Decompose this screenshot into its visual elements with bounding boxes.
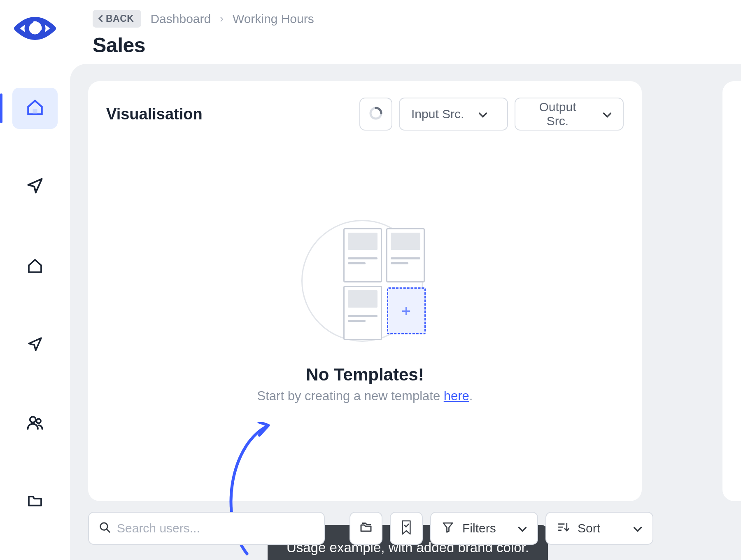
sort-icon [557, 521, 569, 536]
folder-stack-icon [359, 520, 373, 537]
search-users-input[interactable] [117, 521, 314, 535]
back-button[interactable]: BACK [93, 10, 141, 28]
output-source-label: Output Src. [527, 100, 588, 128]
empty-state-title: No Templates! [306, 365, 424, 385]
sidebar-item-users[interactable] [12, 403, 58, 444]
sidebar-item-send-alt[interactable] [12, 324, 58, 366]
app-logo [12, 12, 59, 44]
users-toolbar: Filters Sort [88, 512, 653, 545]
pie-chart-card [722, 81, 741, 501]
visualisation-card: Visualisation Input Src. [88, 81, 642, 501]
chevron-down-icon [518, 521, 527, 535]
filter-icon [442, 521, 454, 536]
sidebar-item-home-alt[interactable] [12, 246, 58, 287]
output-source-dropdown[interactable]: Output Src. [515, 98, 624, 131]
svg-point-1 [30, 417, 36, 422]
breadcrumb: BACK Dashboard › Working Hours [93, 10, 741, 28]
empty-state: + No Templates! Start by creating a new … [106, 219, 624, 404]
add-template-placeholder[interactable]: + [387, 287, 426, 334]
sidebar-item-send[interactable] [12, 166, 58, 207]
chevron-down-icon [634, 521, 642, 535]
empty-state-illustration: + [301, 219, 429, 343]
filters-dropdown[interactable]: Filters [430, 512, 538, 545]
empty-state-subtitle: Start by creating a new template here. [257, 389, 473, 404]
folder-icon [27, 492, 43, 511]
breadcrumb-item-working-hours[interactable]: Working Hours [233, 12, 314, 26]
sidebar [0, 0, 70, 560]
input-source-dropdown[interactable]: Input Src. [399, 98, 508, 131]
folder-action-button[interactable] [350, 512, 382, 545]
empty-state-link[interactable]: here [444, 389, 469, 403]
page-title: Sales [93, 33, 741, 57]
sort-label: Sort [578, 521, 600, 535]
home-outline-icon [27, 258, 43, 276]
input-source-label: Input Src. [411, 107, 464, 121]
chevron-down-icon [479, 107, 487, 121]
svg-point-2 [37, 419, 41, 423]
page-header: BACK Dashboard › Working Hours Sales [93, 10, 741, 57]
search-users-box[interactable] [88, 512, 325, 545]
refresh-button[interactable] [359, 98, 392, 131]
chevron-down-icon [603, 107, 611, 121]
back-label: BACK [106, 13, 134, 24]
chevron-left-icon [98, 13, 103, 24]
sort-dropdown[interactable]: Sort [545, 512, 653, 545]
home-icon [26, 98, 44, 118]
send-icon [26, 177, 44, 196]
search-icon [99, 521, 111, 535]
users-icon [26, 414, 44, 433]
send-alt-icon [27, 336, 43, 354]
sidebar-item-home[interactable] [12, 88, 58, 129]
visualisation-title: Visualisation [106, 105, 203, 123]
filters-label: Filters [462, 521, 496, 535]
sidebar-item-folder-1[interactable] [12, 481, 58, 522]
bookmark-check-icon [400, 520, 413, 537]
spinner-icon [368, 106, 383, 122]
breadcrumb-separator: › [220, 12, 224, 25]
bookmark-action-button[interactable] [390, 512, 423, 545]
workspace: Visualisation Input Src. [70, 64, 741, 560]
breadcrumb-item-dashboard[interactable]: Dashboard [150, 12, 211, 26]
